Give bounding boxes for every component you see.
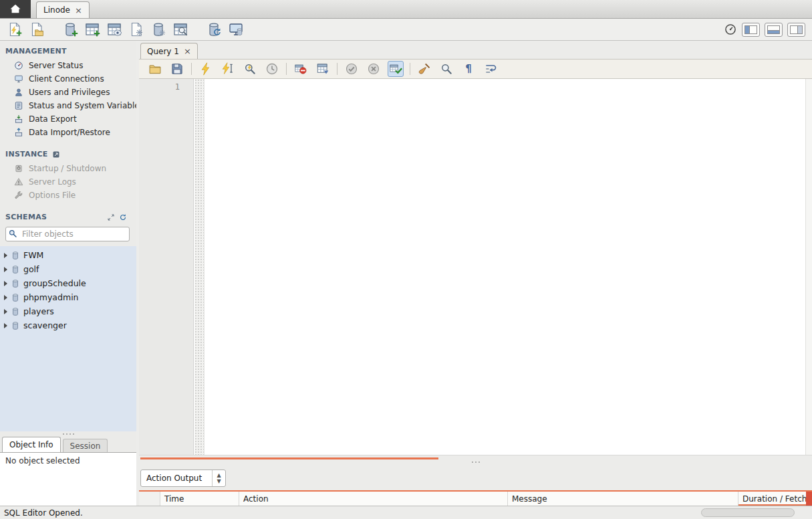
schema-item-phpmyadmin[interactable]: phpmyadmin bbox=[0, 290, 136, 304]
sidebar-item-data-export[interactable]: Data Export bbox=[0, 112, 136, 126]
show-invisibles-button[interactable] bbox=[460, 61, 477, 77]
open-sql-script-icon[interactable] bbox=[29, 21, 45, 37]
main-toolbar-right bbox=[724, 23, 805, 37]
wrench-icon bbox=[14, 191, 23, 200]
sidebar-splitter-handle[interactable] bbox=[0, 431, 136, 436]
sidebar-item-server-logs[interactable]: Server Logs bbox=[0, 175, 136, 189]
connections-icon bbox=[14, 74, 23, 84]
find-button[interactable] bbox=[438, 61, 454, 77]
editor-vertical-scrollbar[interactable] bbox=[805, 79, 812, 455]
beautify-button[interactable] bbox=[416, 61, 432, 77]
create-schema-icon[interactable] bbox=[62, 21, 78, 37]
schema-item-fwm[interactable]: FWM bbox=[0, 248, 136, 262]
toggle-stop-on-error-button[interactable] bbox=[293, 61, 309, 77]
schema-filter bbox=[5, 227, 130, 241]
schema-item-groupschedule[interactable]: groupSchedule bbox=[0, 276, 136, 290]
connection-tab[interactable]: Linode × bbox=[36, 1, 90, 18]
schema-item-players[interactable]: players bbox=[0, 304, 136, 318]
create-function-icon[interactable] bbox=[150, 21, 166, 37]
query-tab[interactable]: Query 1 × bbox=[140, 43, 198, 59]
tree-expand-icon[interactable] bbox=[4, 253, 7, 258]
editor-output-splitter[interactable] bbox=[139, 455, 812, 465]
status-bar: SQL Editor Opened. bbox=[0, 506, 812, 519]
pilcrow-icon bbox=[465, 63, 472, 75]
sidebar-item-users-privileges[interactable]: Users and Privileges bbox=[0, 86, 136, 99]
output-col-time[interactable]: Time bbox=[160, 492, 239, 506]
fold-margin bbox=[194, 79, 205, 455]
sql-code-editor[interactable]: 1 bbox=[139, 79, 812, 455]
tree-expand-icon[interactable] bbox=[4, 309, 7, 314]
home-tab[interactable] bbox=[0, 0, 31, 18]
reconnect-dbms-icon[interactable] bbox=[206, 21, 222, 37]
instance-badge-icon bbox=[52, 150, 60, 159]
activity-indicator-icon bbox=[724, 23, 737, 36]
schema-icon bbox=[11, 293, 20, 302]
output-scroll-indicator[interactable] bbox=[806, 492, 812, 506]
stop-button[interactable] bbox=[264, 61, 280, 77]
rollback-icon bbox=[367, 62, 380, 76]
rollback-button[interactable] bbox=[366, 61, 382, 77]
sidebar-item-server-status[interactable]: Server Status bbox=[0, 59, 136, 72]
power-icon bbox=[14, 164, 23, 173]
output-col-action[interactable]: Action bbox=[239, 492, 508, 506]
toggle-autocommit-button[interactable] bbox=[388, 61, 404, 77]
status-progress-pill bbox=[701, 508, 795, 517]
schema-item-scavenger[interactable]: scavenger bbox=[0, 318, 136, 332]
execute-button[interactable] bbox=[198, 61, 214, 77]
sidebar-item-startup-shutdown[interactable]: Startup / Shutdown bbox=[0, 162, 136, 175]
status-text: SQL Editor Opened. bbox=[4, 508, 83, 518]
commit-button[interactable] bbox=[344, 61, 360, 77]
toggle-right-panel-button[interactable] bbox=[787, 23, 805, 37]
tree-expand-icon[interactable] bbox=[4, 323, 7, 328]
sidebar-item-data-import[interactable]: Data Import/Restore bbox=[0, 126, 136, 139]
output-col-index bbox=[139, 492, 160, 506]
schema-item-golf[interactable]: golf bbox=[0, 262, 136, 276]
limit-rows-button[interactable] bbox=[315, 61, 331, 77]
output-toolbar: Action Output ▲▼ bbox=[139, 465, 812, 490]
sidebar-item-options-file[interactable]: Options File bbox=[0, 189, 136, 202]
management-section-header: MANAGEMENT bbox=[5, 47, 131, 56]
schema-icon bbox=[11, 265, 20, 274]
tree-expand-icon[interactable] bbox=[4, 281, 7, 286]
toggle-bottom-panel-icon bbox=[767, 25, 780, 34]
execute-icon bbox=[199, 62, 213, 76]
close-query-tab-icon[interactable]: × bbox=[184, 47, 191, 56]
tree-expand-icon[interactable] bbox=[4, 295, 7, 300]
line-number-gutter: 1 bbox=[139, 79, 194, 455]
close-connection-tab-icon[interactable]: × bbox=[75, 6, 82, 15]
home-icon bbox=[9, 2, 22, 15]
sidebar-item-status-variables[interactable]: Status and System Variables bbox=[0, 99, 136, 112]
toggle-bottom-panel-button[interactable] bbox=[765, 23, 783, 37]
toggle-left-panel-button[interactable] bbox=[742, 23, 760, 37]
schemas-title: SCHEMAS bbox=[5, 213, 47, 221]
execute-current-statement-button[interactable] bbox=[220, 61, 236, 77]
splitter-grip-icon bbox=[139, 459, 812, 464]
tab-object-info[interactable]: Object Info bbox=[2, 437, 61, 452]
manage-server-instances-icon[interactable] bbox=[228, 21, 244, 37]
combo-stepper-icon[interactable]: ▲▼ bbox=[212, 470, 225, 486]
wrap-text-button[interactable] bbox=[483, 61, 499, 77]
schema-filter-input[interactable] bbox=[5, 227, 130, 241]
save-script-button[interactable] bbox=[169, 61, 185, 77]
output-col-message[interactable]: Message bbox=[508, 492, 738, 506]
query-tab-bar: Query 1 × bbox=[139, 41, 812, 59]
create-table-icon[interactable] bbox=[84, 21, 100, 37]
open-script-button[interactable] bbox=[147, 61, 163, 77]
export-icon bbox=[14, 114, 23, 124]
tree-expand-icon[interactable] bbox=[4, 267, 7, 272]
output-view-select[interactable]: Action Output ▲▼ bbox=[140, 470, 226, 487]
connection-tab-label: Linode bbox=[43, 5, 70, 15]
main-toolbar bbox=[0, 19, 812, 41]
new-sql-tab-icon[interactable] bbox=[7, 21, 23, 37]
output-table-header: Time Action Message Duration / Fetch bbox=[139, 490, 812, 506]
tab-session[interactable]: Session bbox=[63, 439, 108, 452]
execute-current-statement-icon bbox=[221, 62, 235, 76]
refresh-schemas-icon[interactable] bbox=[119, 213, 127, 221]
create-procedure-icon[interactable] bbox=[128, 21, 144, 37]
sidebar-item-client-connections[interactable]: Client Connections bbox=[0, 72, 136, 86]
output-col-duration[interactable]: Duration / Fetch bbox=[738, 492, 812, 506]
create-view-icon[interactable] bbox=[106, 21, 122, 37]
explain-button[interactable] bbox=[242, 61, 258, 77]
expand-schemas-icon[interactable] bbox=[107, 213, 115, 221]
search-table-data-icon[interactable] bbox=[172, 21, 188, 37]
